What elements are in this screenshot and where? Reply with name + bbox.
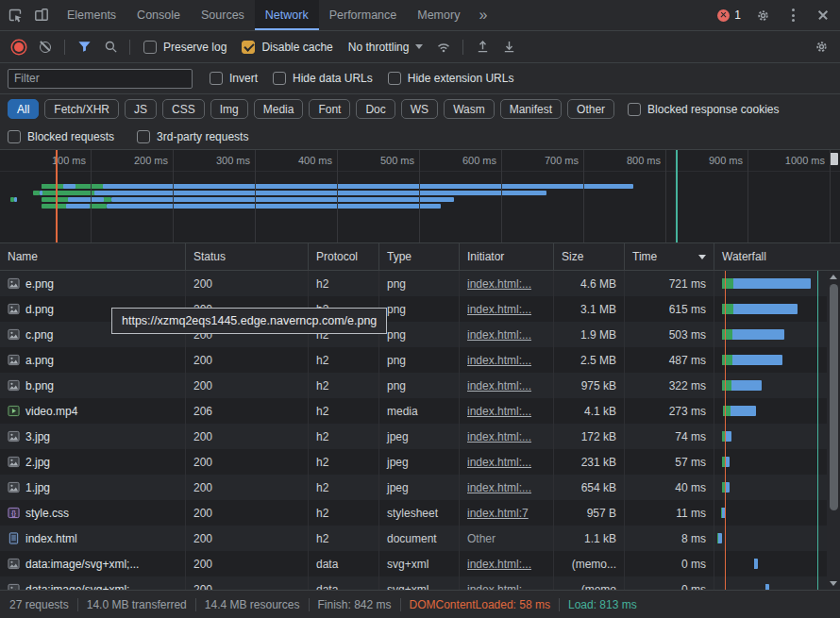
request-initiator-link[interactable]: index.html:... <box>467 583 531 591</box>
request-type: png <box>379 296 460 322</box>
table-row[interactable]: b.png 200 h2 png index.html:... 975 kB 3… <box>0 373 840 398</box>
console-error-badge[interactable]: 1 <box>713 8 746 22</box>
table-row[interactable]: index.html 200 h2 document Other 1.1 kB … <box>0 526 840 551</box>
filter-chip-fetchxhr[interactable]: Fetch/XHR <box>44 99 119 119</box>
filter-chip-media[interactable]: Media <box>254 99 304 119</box>
column-header-time[interactable]: Time <box>625 243 714 270</box>
tab-sources[interactable]: Sources <box>191 0 255 30</box>
third-party-requests-checkbox[interactable]: 3rd-party requests <box>137 130 248 143</box>
request-status: 200 <box>186 551 309 576</box>
device-toolbar-icon <box>34 8 49 23</box>
table-row[interactable]: e.png 200 h2 png index.html:... 4.6 MB 7… <box>0 271 840 296</box>
search-network-button[interactable] <box>97 34 124 59</box>
filter-chip-wasm[interactable]: Wasm <box>444 99 495 119</box>
request-initiator-link[interactable]: index.html:7 <box>467 507 529 520</box>
request-initiator-link[interactable]: index.html:... <box>467 328 531 342</box>
devtools-settings-button[interactable] <box>749 3 776 28</box>
column-header-initiator[interactable]: Initiator <box>460 243 554 270</box>
request-initiator-link[interactable]: index.html:... <box>467 303 531 316</box>
filter-chip-all[interactable]: All <box>8 99 39 119</box>
request-initiator-link[interactable]: index.html:... <box>467 558 531 571</box>
close-devtools-button[interactable] <box>810 3 836 28</box>
column-header-name[interactable]: Name <box>0 243 186 270</box>
overview-dl-bar <box>107 204 441 209</box>
overview-gridline <box>255 150 256 243</box>
request-waterfall <box>714 322 840 347</box>
filter-chip-img[interactable]: Img <box>210 99 248 119</box>
blocked-requests-checkbox[interactable]: Blocked requests <box>8 130 114 143</box>
toolbar-divider <box>64 40 65 55</box>
column-header-status[interactable]: Status <box>186 243 309 270</box>
overview-dl-bar <box>328 184 331 189</box>
export-har-button[interactable] <box>496 34 522 59</box>
request-initiator-link[interactable]: index.html:... <box>467 481 531 494</box>
more-tabs-button[interactable]: » <box>470 0 496 30</box>
request-initiator-link[interactable]: index.html:... <box>467 405 531 418</box>
disable-cache-checkbox[interactable]: Disable cache <box>242 41 332 54</box>
preserve-log-checkbox[interactable]: Preserve log <box>143 41 227 54</box>
column-header-size[interactable]: Size <box>554 243 625 270</box>
table-row[interactable]: video.mp4 206 h2 media index.html:... 4.… <box>0 398 840 424</box>
waterfall-dl-bar <box>731 406 757 416</box>
network-conditions-button[interactable] <box>430 34 457 59</box>
table-row[interactable]: a.png 200 h2 png index.html:... 2.5 MB 4… <box>0 347 840 373</box>
filter-chip-font[interactable]: Font <box>309 99 350 119</box>
tab-console[interactable]: Console <box>126 0 191 30</box>
filter-chip-doc[interactable]: Doc <box>356 99 395 119</box>
waterfall-dl-bar <box>726 482 730 493</box>
request-time: 322 ms <box>625 373 714 398</box>
tab-network[interactable]: Network <box>255 0 319 30</box>
import-har-button[interactable] <box>469 34 496 59</box>
table-row[interactable]: data:image/svg+xml;... 200 data svg+xml … <box>0 576 840 590</box>
overview-tick-label: 200 ms <box>134 155 173 166</box>
invert-checkbox[interactable]: Invert <box>210 72 258 85</box>
filter-chip-ws[interactable]: WS <box>401 99 438 119</box>
column-header-protocol[interactable]: Protocol <box>309 243 379 270</box>
request-initiator-link[interactable]: index.html:... <box>467 379 531 393</box>
devtools-menu-button[interactable] <box>780 3 806 28</box>
record-network-log-button[interactable] <box>6 34 32 59</box>
toggle-device-toolbar-button[interactable] <box>28 3 55 28</box>
throttling-select[interactable]: No throttling <box>348 41 424 54</box>
record-icon <box>14 42 24 52</box>
blocked-response-cookies-checkbox[interactable]: Blocked response cookies <box>628 103 779 116</box>
column-header-waterfall[interactable]: Waterfall <box>714 243 840 270</box>
scroll-down-icon[interactable] <box>830 581 837 586</box>
table-row[interactable]: data:image/svg+xml;... 200 data svg+xml … <box>0 551 840 576</box>
checkbox-box <box>628 103 641 116</box>
clear-network-log-button[interactable] <box>32 34 59 59</box>
overview-scroll-handle[interactable] <box>830 153 838 165</box>
tab-performance[interactable]: Performance <box>319 0 408 30</box>
hide-extension-urls-checkbox[interactable]: Hide extension URLs <box>388 72 514 85</box>
column-header-type[interactable]: Type <box>379 243 460 270</box>
filter-input[interactable] <box>8 69 193 89</box>
overview[interactable]: 100 ms200 ms300 ms400 ms500 ms600 ms700 … <box>0 150 840 243</box>
filter-chip-css[interactable]: CSS <box>162 99 205 119</box>
table-row[interactable]: {} style.css 200 h2 stylesheet index.htm… <box>0 500 840 526</box>
request-type: jpeg <box>379 475 460 500</box>
scroll-up-icon[interactable] <box>830 275 837 279</box>
table-row[interactable]: 3.jpg 200 h2 jpeg index.html:... 172 kB … <box>0 424 840 449</box>
request-status: 206 <box>186 398 309 424</box>
request-initiator-link[interactable]: index.html:... <box>467 354 531 367</box>
request-protocol: h2 <box>309 373 379 398</box>
table-row[interactable]: 1.jpg 200 h2 jpeg index.html:... 654 kB … <box>0 475 840 500</box>
filter-chip-manifest[interactable]: Manifest <box>500 99 562 119</box>
tab-elements[interactable]: Elements <box>57 0 126 30</box>
request-time: 0 ms <box>625 551 714 576</box>
filter-chip-other[interactable]: Other <box>567 99 614 119</box>
gear-icon <box>756 8 770 23</box>
vertical-scrollbar[interactable] <box>827 271 840 590</box>
request-type: stylesheet <box>379 500 460 526</box>
filter-toggle-button[interactable] <box>71 34 97 59</box>
filter-chip-js[interactable]: JS <box>125 99 157 119</box>
network-settings-button[interactable] <box>808 34 834 59</box>
request-initiator-link[interactable]: index.html:... <box>467 277 531 291</box>
table-row[interactable]: 2.jpg 200 h2 jpeg index.html:... 231 kB … <box>0 449 840 475</box>
request-initiator-link[interactable]: index.html:... <box>467 430 531 443</box>
scrollbar-thumb[interactable] <box>830 284 838 510</box>
tab-memory[interactable]: Memory <box>407 0 470 30</box>
hide-data-urls-checkbox[interactable]: Hide data URLs <box>273 72 373 85</box>
inspect-element-button[interactable] <box>2 3 28 28</box>
request-initiator-link[interactable]: index.html:... <box>467 456 531 469</box>
